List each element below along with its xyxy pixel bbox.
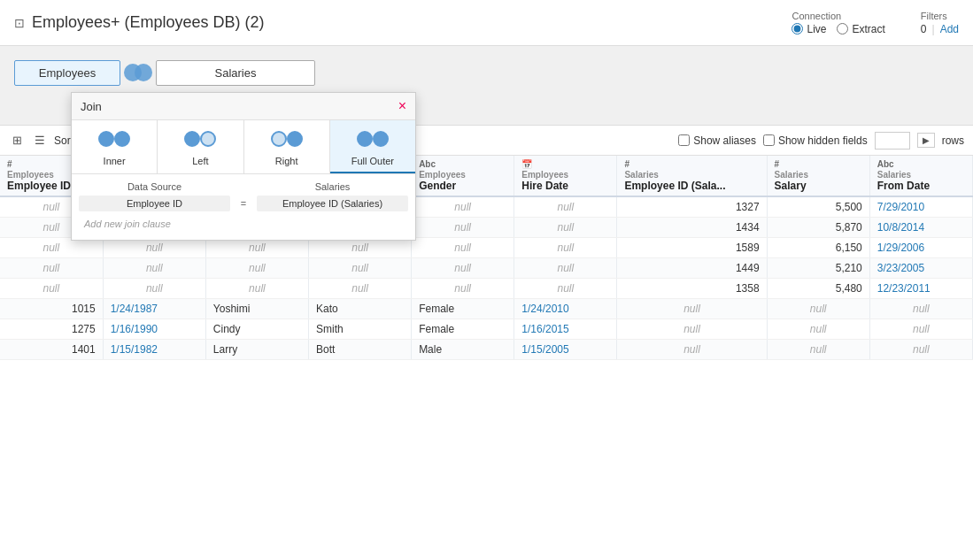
inner-left-circle — [98, 131, 114, 147]
show-aliases-label[interactable]: Show aliases — [678, 134, 756, 147]
join-inner-label: Inner — [104, 156, 126, 166]
table-cell: 1/24/2010 — [514, 299, 617, 319]
left-left-circle — [184, 131, 200, 147]
table-cell: 1/16/1990 — [103, 319, 205, 340]
join-full-icon — [357, 127, 389, 152]
join-left-label: Left — [192, 156, 208, 166]
table-cell: null — [767, 319, 869, 340]
table-cell: null — [308, 279, 411, 299]
join-type-right[interactable]: Right — [244, 120, 330, 173]
clause-header-left: Data Source — [79, 181, 230, 192]
table-cell: null — [869, 340, 972, 360]
col-type-gender: Abc — [419, 159, 506, 169]
col-source-hire-date: Employees — [521, 170, 609, 180]
col-source-emp-id-sala: Salaries — [624, 170, 759, 180]
join-full-label: Full Outer — [351, 156, 394, 166]
toolbar-right: Show aliases Show hidden fields 36 ▶ row… — [678, 132, 964, 150]
grid-view-btn[interactable]: ⊞ — [9, 132, 26, 149]
table-cell: 5,500 — [767, 196, 869, 218]
right-left-circle — [271, 131, 287, 147]
col-name-salary: Salary — [775, 180, 862, 192]
app-container: ⊡ Employees+ (Employees DB) (2) Connecti… — [0, 0, 973, 560]
table-cell: Female — [412, 299, 514, 319]
extract-radio-label[interactable]: Extract — [837, 23, 884, 35]
table-row: nullnullnullnullnullnull13585,48012/23/2… — [0, 279, 973, 299]
inner-right-circle — [114, 131, 130, 147]
join-type-full-outer[interactable]: Full Outer — [330, 120, 415, 173]
table-cell: null — [412, 196, 514, 218]
filters-group: Filters 0 | Add — [921, 11, 959, 35]
show-aliases-text: Show aliases — [693, 134, 756, 147]
live-radio[interactable] — [792, 23, 803, 35]
page-title: Employees+ (Employees DB) (2) — [32, 13, 265, 32]
extract-radio[interactable] — [837, 23, 848, 35]
table-cell: Larry — [205, 340, 308, 360]
salaries-table-pill[interactable]: Salaries — [156, 60, 315, 86]
table-cell: null — [103, 279, 205, 299]
table-cell: Bott — [308, 340, 411, 360]
join-circles — [124, 64, 152, 81]
add-join-clause[interactable]: Add new join clause — [79, 215, 408, 233]
table-cell: null — [412, 258, 514, 279]
join-connector[interactable] — [120, 57, 156, 88]
join-dialog-header: Join × — [72, 93, 415, 120]
full-left-circle — [357, 131, 373, 147]
row-count-input[interactable]: 36 — [875, 132, 910, 150]
join-dialog-close[interactable]: × — [398, 98, 406, 114]
employees-table-pill[interactable]: Employees — [14, 60, 120, 86]
join-right-label: Right — [275, 156, 298, 166]
table-cell: 1327 — [617, 196, 767, 218]
show-hidden-label[interactable]: Show hidden fields — [763, 134, 868, 147]
table-cell: null — [617, 319, 767, 340]
clause-operator: = — [230, 198, 257, 209]
row-count-arrow[interactable]: ▶ — [917, 133, 935, 148]
table-cell: Female — [412, 319, 514, 340]
join-dialog: Join × Inner Left — [71, 92, 416, 241]
table-cell: 5,210 — [767, 258, 869, 279]
table-cell: Kato — [308, 299, 411, 319]
rows-label: rows — [942, 134, 964, 147]
table-cell: null — [308, 258, 411, 279]
col-name-emp-id-sala: Employee ID (Sala... — [624, 180, 759, 192]
table-cell: 1434 — [617, 218, 767, 238]
list-view-btn[interactable]: ☰ — [31, 132, 49, 149]
table-cell: null — [617, 340, 767, 360]
clause-left-field[interactable]: Employee ID — [79, 196, 230, 211]
table-cell: null — [869, 319, 972, 340]
show-hidden-checkbox[interactable] — [763, 134, 775, 146]
table-cell: Cindy — [205, 319, 308, 340]
filters-count: 0 — [921, 23, 927, 35]
filters-row: 0 | Add — [921, 23, 959, 35]
datasource-icon: ⊡ — [14, 16, 25, 30]
toolbar-left: ⊞ ☰ Sort — [9, 132, 73, 149]
header-left: ⊡ Employees+ (Employees DB) (2) — [14, 13, 265, 32]
join-clauses: Data Source Salaries Employee ID = Emplo… — [72, 174, 415, 240]
table-cell: 12/23/2011 — [869, 279, 972, 299]
table-cell: Yoshimi — [205, 299, 308, 319]
table-cell: null — [412, 238, 514, 258]
clause-right-field[interactable]: Employee ID (Salaries) — [257, 196, 408, 211]
join-types-row: Inner Left Right — [72, 120, 415, 174]
col-source-from-date: Salaries — [877, 170, 965, 180]
table-row: 12751/16/1990CindySmithFemale1/16/2015nu… — [0, 319, 973, 340]
join-left-icon — [184, 127, 216, 152]
table-cell: Male — [412, 340, 514, 360]
table-cell: null — [103, 258, 205, 279]
show-hidden-text: Show hidden fields — [778, 134, 868, 147]
table-cell: null — [617, 299, 767, 319]
join-type-inner[interactable]: Inner — [72, 120, 158, 173]
table-cell: null — [514, 196, 617, 218]
col-source-gender: Employees — [419, 170, 506, 180]
table-cell: null — [412, 218, 514, 238]
join-type-left[interactable]: Left — [158, 120, 243, 173]
live-radio-label[interactable]: Live — [792, 23, 826, 35]
join-inner-icon — [98, 127, 130, 152]
table-cell: null — [869, 299, 972, 319]
col-name-hire-date: Hire Date — [521, 180, 609, 192]
table-cell: Smith — [308, 319, 411, 340]
filters-add-link[interactable]: Add — [940, 23, 959, 35]
show-aliases-checkbox[interactable] — [678, 134, 690, 146]
table-cell: 1401 — [0, 340, 103, 360]
col-header-hire-date: 📅 Employees Hire Date — [514, 156, 617, 196]
table-cell: 1/24/1987 — [103, 299, 205, 319]
